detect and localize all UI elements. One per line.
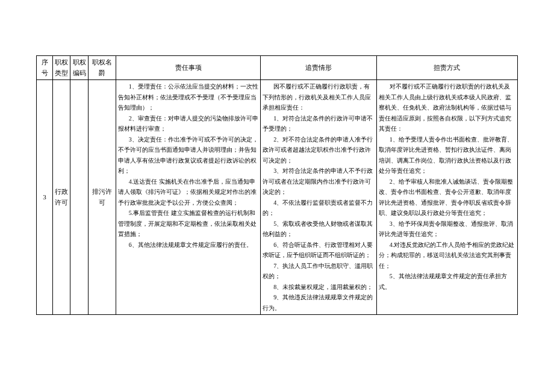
resp-item: 6、其他法律法规规章文件规定应履行的责任。 — [118, 240, 259, 250]
col-header-seq: 序号 — [37, 56, 53, 80]
col-header-method: 担责方式 — [376, 56, 517, 80]
table-header-row: 序号 职权类型 职权编码 职权名爵 责任事项 追责情形 担责方式 — [37, 56, 518, 80]
cell-method: 对不履行或不正确履行行政职责的行政机关及相关工作人员由上级行政机关或本级人民政府… — [376, 80, 517, 315]
col-header-type: 职权类型 — [53, 56, 70, 80]
method-item: 4.对违反党政纪的工作人员给予相应的党政纪处分；构成犯罪的，移送司法机关依法追究… — [379, 240, 515, 272]
authority-table: 序号 职权类型 职权编码 职权名爵 责任事项 追责情形 担责方式 3 行政许可 … — [36, 55, 518, 315]
table-row: 3 行政许可 排污许可 1、受理责任：公示依法应当提交的材料；一次性告知补正材料… — [37, 80, 518, 315]
cell-type: 行政许可 — [53, 80, 70, 315]
resp-item: 4.送达责任 实施机关在作出准予后，应当通知申请人领取《排污许可证》；依据相关规… — [118, 176, 259, 208]
cell-accountability: 因不履行或不正确履行行政职责，有下列情形的，行政机关及相关工作人员应承担相应责任… — [261, 80, 376, 315]
acc-item: 9、其他违反法律法规规章文件规定的行为。 — [263, 292, 374, 313]
document-page: 序号 职权类型 职权编码 职权名爵 责任事项 追责情形 担责方式 3 行政许可 … — [0, 0, 554, 392]
acc-item: 1、对符合法定条件的行政许可申请不予受理的； — [263, 113, 374, 134]
acc-item: 3、对符合法定条件的申请人不予行政许可或者在法定期限内作出准予行政许可决定的； — [263, 166, 374, 198]
cell-code — [70, 80, 88, 315]
method-item: 1、给予受理人责令作出书面检查、批评教育、取消年度评比先进资格、暂扣行政执法证件… — [379, 134, 515, 176]
acc-item: 4、不依法履行监督职责或者监督不力的； — [263, 198, 374, 219]
method-item: 2、给予审核人和批准人诫勉谈话、责令限期整改、责令作出书面检查、责令公开道歉、取… — [379, 176, 515, 219]
resp-item: 1、受理责任：公示依法应当提交的材料；一次性告知补正材料；依法受理或不予受理（不… — [118, 81, 259, 113]
acc-item: 6、符合听证条件、行政管理相对人要求听证，应予组织听证而不组织听证的； — [263, 240, 374, 261]
col-header-acc: 追责情形 — [261, 56, 376, 80]
cell-name: 排污许可 — [88, 80, 116, 315]
col-header-name: 职权名爵 — [88, 56, 116, 80]
method-item: 3、给予环保局责令限期整改、通报批评、取消评比先进等责任追究； — [379, 219, 515, 240]
resp-item: 5.事后监管责任 建立实施监督检查的运行机制和管理制度，开展定期和不定期检查，依… — [118, 208, 259, 240]
acc-intro: 因不履行或不正确履行行政职责，有下列情形的，行政机关及相关工作人员应承担相应责任… — [263, 81, 374, 113]
resp-item: 3、决定责任：作出准予许可或不予许可的决定，不予许可的应当书面通知申请人并说明理… — [118, 134, 259, 176]
acc-item: 8、未按裁量权规定，滥用裁量权的； — [263, 282, 374, 293]
acc-item: 5、索取或者收受他人财物或者谋取其他利益的； — [263, 219, 374, 240]
cell-seq: 3 — [37, 80, 53, 315]
cell-responsibilities: 1、受理责任：公示依法应当提交的材料；一次性告知补正材料；依法受理或不予受理（不… — [116, 80, 261, 315]
acc-item: 7、执法人员工作中玩忽职守、滥用职权的； — [263, 261, 374, 282]
resp-item: 2、审查责任：对申请人提交的污染物排放许可申报材料进行审查； — [118, 113, 259, 134]
col-header-resp: 责任事项 — [116, 56, 261, 80]
method-intro: 对不履行或不正确履行行政职责的行政机关及相关工作人员由上级行政机关或本级人民政府… — [379, 81, 515, 134]
acc-item: 2、对不符合法定条件的申请人准予行政许可或者超越法定职权作出准予行政许可决定的； — [263, 134, 374, 166]
col-header-code: 职权编码 — [70, 56, 88, 80]
method-item: 5、其他法律法规规章文件规定的责任承担方式。 — [379, 271, 515, 292]
